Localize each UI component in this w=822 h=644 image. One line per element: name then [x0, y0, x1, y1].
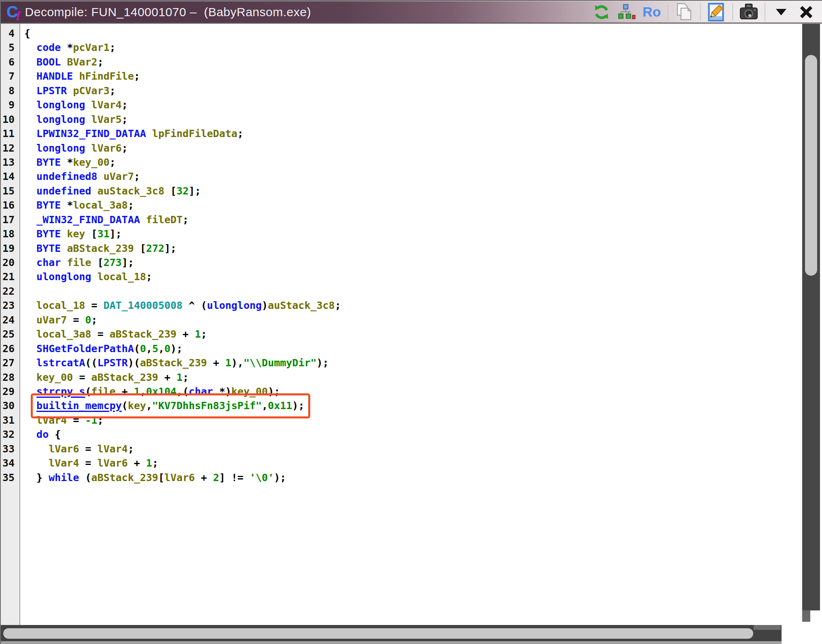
code-line[interactable]: 28 key_00 = aBStack_239 + 1; — [1, 370, 802, 384]
edit-icon — [708, 3, 725, 21]
code-line[interactable]: 20 char file [273]; — [1, 255, 802, 270]
line-number: 15 — [1, 184, 15, 198]
code-text: longlong lVar5; — [15, 112, 128, 127]
code-line[interactable]: 5 code *pcVar1; — [1, 40, 802, 55]
code-line[interactable]: 6 BOOL BVar2; — [1, 55, 802, 69]
code-text: _WIN32_FIND_DATAA fileDT; — [15, 213, 189, 227]
line-number: 22 — [1, 284, 15, 298]
code-line[interactable]: 35 } while (aBStack_239[lVar6 + 2] != '\… — [1, 471, 802, 485]
code-text: ulonglong local_18; — [15, 270, 152, 284]
code-line[interactable]: 23 local_18 = DAT_140005008 ^ (ulonglong… — [1, 298, 802, 312]
code-line[interactable]: 19 BYTE aBStack_239 [272]; — [1, 241, 802, 255]
horizontal-scrollbar-stub — [754, 625, 781, 630]
refresh-button[interactable] — [592, 3, 611, 21]
ro-button[interactable]: Ro — [642, 3, 661, 21]
code-line[interactable]: 10 longlong lVar5; — [1, 112, 802, 127]
code-text: BYTE *key_00; — [15, 155, 116, 169]
code-text: BOOL BVar2; — [15, 55, 104, 69]
horizontal-scrollbar[interactable] — [1, 625, 822, 641]
dropdown-button[interactable] — [772, 3, 790, 21]
close-icon — [799, 5, 814, 19]
code-text: } while (aBStack_239[lVar6 + 2] != '\0')… — [15, 471, 286, 485]
code-line[interactable]: 15 undefined auStack_3c8 [32]; — [1, 184, 802, 198]
line-number: 16 — [1, 198, 15, 212]
code-text: longlong lVar6; — [15, 141, 128, 155]
close-button[interactable] — [797, 3, 816, 21]
code-text: local_3a8 = aBStack_239 + 1; — [15, 327, 207, 341]
bottom-border — [1, 641, 822, 644]
code-line[interactable]: 13 BYTE *key_00; — [1, 155, 802, 169]
decompile-window: Cf Decompile: FUN_140001070 – (BabyRanso… — [0, 0, 822, 644]
code-line[interactable]: 9 longlong lVar4; — [1, 98, 802, 112]
line-number: 18 — [1, 227, 15, 241]
titlebar: Cf Decompile: FUN_140001070 – (BabyRanso… — [1, 1, 822, 24]
titlebar-toolbar: Ro — [592, 1, 816, 23]
code-text: LPWIN32_FIND_DATAA lpFindFileData; — [15, 127, 244, 141]
code-line[interactable]: 25 local_3a8 = aBStack_239 + 1; — [1, 327, 802, 341]
code-text: LPSTR pCVar3; — [15, 84, 116, 98]
code-text: char file [273]; — [15, 255, 134, 270]
horizontal-scrollbar-track[interactable] — [1, 625, 782, 641]
code-line[interactable]: 8 LPSTR pCVar3; — [1, 84, 802, 98]
code-line[interactable]: 21 ulonglong local_18; — [1, 270, 802, 284]
refresh-icon — [593, 4, 610, 21]
code-line[interactable]: 11 LPWIN32_FIND_DATAA lpFindFileData; — [1, 127, 802, 141]
edit-button[interactable] — [707, 3, 726, 21]
ro-reference-icon: Ro — [642, 4, 661, 20]
code-text: BYTE aBStack_239 [272]; — [15, 241, 176, 255]
code-text: do { — [15, 427, 61, 441]
toolbar-separator — [732, 3, 733, 21]
graph-button[interactable] — [617, 3, 636, 21]
vertical-scrollbar-track[interactable] — [802, 24, 820, 610]
code-line[interactable]: 4{ — [1, 26, 802, 40]
code-line[interactable]: 30 builtin_memcpy(key,"KV7DhhsFn83jsPif"… — [1, 399, 802, 413]
copy-button[interactable] — [675, 3, 693, 21]
code-line[interactable]: 27 lstrcatA((LPSTR)(aBStack_239 + 1),"\\… — [1, 356, 802, 370]
line-number: 29 — [1, 384, 15, 399]
code-line[interactable]: 26 SHGetFolderPathA(0,5,0); — [1, 342, 802, 356]
line-number: 26 — [1, 342, 15, 356]
code-text: lVar4 = lVar6 + 1; — [15, 456, 158, 470]
code-line[interactable]: 34 lVar4 = lVar6 + 1; — [1, 456, 802, 470]
code-text: local_18 = DAT_140005008 ^ (ulonglong)au… — [15, 298, 341, 312]
code-line[interactable]: 22 — [1, 284, 802, 298]
line-number: 27 — [1, 356, 15, 370]
graph-tree-icon — [618, 4, 636, 21]
line-number: 14 — [1, 169, 15, 184]
line-number: 25 — [1, 327, 15, 341]
code-text: BYTE key [31]; — [15, 227, 122, 241]
vertical-scrollbar-thumb[interactable] — [805, 55, 817, 276]
line-number: 33 — [1, 442, 15, 456]
code-text: key_00 = aBStack_239 + 1; — [15, 370, 189, 384]
line-number: 35 — [1, 471, 15, 485]
code-text: BYTE *local_3a8; — [15, 198, 134, 212]
code-text: builtin_memcpy(key,"KV7DhhsFn83jsPif",0x… — [15, 399, 304, 413]
line-number: 23 — [1, 298, 15, 312]
code-text: undefined8 uVar7; — [15, 169, 140, 184]
code-line[interactable]: 14 undefined8 uVar7; — [1, 169, 802, 184]
code-line[interactable]: 18 BYTE key [31]; — [1, 227, 802, 241]
toolbar-separator — [700, 3, 701, 21]
code-line[interactable]: 32 do { — [1, 427, 802, 441]
code-text: uVar7 = 0; — [15, 313, 97, 327]
code-line[interactable]: 24 uVar7 = 0; — [1, 313, 802, 327]
line-number: 5 — [1, 40, 15, 55]
line-number: 10 — [1, 112, 15, 127]
code-line[interactable]: 16 BYTE *local_3a8; — [1, 198, 802, 212]
line-number: 4 — [1, 26, 15, 40]
line-number: 8 — [1, 84, 15, 98]
code-line[interactable]: 17 _WIN32_FIND_DATAA fileDT; — [1, 213, 802, 227]
code-line[interactable]: 33 lVar6 = lVar4; — [1, 442, 802, 456]
line-number: 9 — [1, 98, 15, 112]
line-number: 32 — [1, 427, 15, 441]
horizontal-scrollbar-thumb[interactable] — [3, 628, 753, 639]
code-line[interactable]: 12 longlong lVar6; — [1, 141, 802, 155]
vertical-scrollbar[interactable] — [802, 24, 822, 625]
snapshot-button[interactable] — [739, 3, 758, 21]
line-number: 17 — [1, 213, 15, 227]
line-number: 6 — [1, 55, 15, 69]
line-number: 31 — [1, 413, 15, 427]
code-line[interactable]: 7 HANDLE hFindFile; — [1, 69, 802, 83]
toolbar-separator — [765, 3, 765, 21]
code-text: longlong lVar4; — [15, 98, 128, 112]
